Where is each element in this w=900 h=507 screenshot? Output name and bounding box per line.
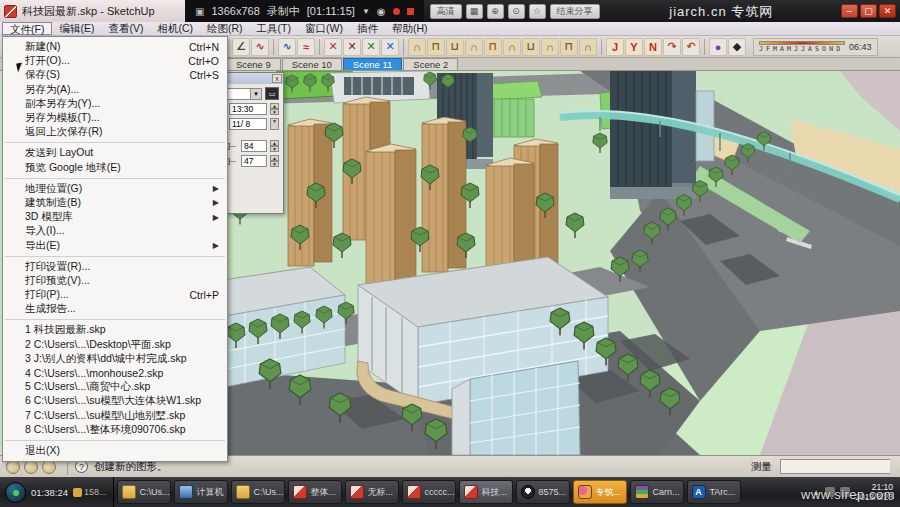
minimize-button[interactable]: – <box>841 4 858 18</box>
menubar-item-6[interactable]: 工具(T) <box>250 22 298 35</box>
menubar-item-8[interactable]: 插件 <box>350 22 385 35</box>
scene-tab-4[interactable]: Scene 11 <box>343 58 402 70</box>
menu-item[interactable]: 另存为模板(T)... <box>3 111 227 125</box>
bucket-sphere-tool-icon[interactable]: ● <box>709 38 727 56</box>
time-spinner[interactable]: ▲▼ <box>270 103 279 115</box>
menu-item[interactable]: 5 C:\Users\...\商贸中心.skp <box>3 380 227 394</box>
menu-item[interactable]: 打印预览(V)... <box>3 274 227 288</box>
taskbar-item[interactable]: C:\Us... <box>117 480 171 504</box>
polyline-red-tool-icon[interactable]: ∿ <box>251 38 269 56</box>
date-field[interactable]: 11/ 8 <box>229 118 267 130</box>
axis-tool-icon[interactable]: ∠ <box>232 38 250 56</box>
menu-item[interactable]: 打印(P)...Ctrl+P <box>3 288 227 302</box>
menu-item[interactable]: 6 C:\Users\...\su模型\大连体块W1.skp <box>3 394 227 408</box>
taskbar-item[interactable]: 专筑... <box>573 480 627 504</box>
pipe-tool-icon[interactable]: ⊓ <box>427 38 445 56</box>
menu-item[interactable]: 2 C:\Users\...\Desktop\平面.skp <box>3 338 227 352</box>
menu-item[interactable]: 预览 Google 地球(E) <box>3 161 227 175</box>
menu-item[interactable]: 另存为(A)... <box>3 83 227 97</box>
chevron-down-icon[interactable]: ▼ <box>362 7 370 16</box>
menu-item[interactable]: 7 C:\Users\...\su模型\山地别墅.skp <box>3 409 227 423</box>
menubar-item-7[interactable]: 窗口(W) <box>298 22 350 35</box>
taskbar-item[interactable]: 计算机 <box>174 480 228 504</box>
menu-item[interactable]: 发送到 LayOut <box>3 146 227 160</box>
close-button[interactable]: ✕ <box>879 4 896 18</box>
menu-item[interactable]: 1 科技园最新.skp <box>3 323 227 337</box>
menubar-item-2[interactable]: 编辑(E) <box>52 22 101 35</box>
light-field[interactable]: 84 <box>241 140 267 152</box>
menu-item[interactable]: 生成报告... <box>3 302 227 316</box>
taskbar-item[interactable]: ATArc... <box>687 480 741 504</box>
dark-spinner[interactable]: ▲▼ <box>270 155 279 167</box>
menu-item[interactable]: 导入(I)... <box>3 224 227 238</box>
scene-tab-3[interactable]: Scene 10 <box>282 58 342 70</box>
hd-button[interactable]: 高清 <box>430 4 462 19</box>
slope-roof-tool-icon[interactable]: ⊓ <box>560 38 578 56</box>
menu-item[interactable]: 3D 模型库▶ <box>3 210 227 224</box>
magnifier-icon[interactable]: ⊙ <box>508 4 525 19</box>
drop-n-tool-icon[interactable]: N <box>644 38 662 56</box>
maximize-button[interactable]: ▢ <box>860 4 877 18</box>
mini-badge[interactable]: 158... <box>73 487 107 497</box>
menubar-item-1[interactable]: 文件(F) <box>2 22 52 35</box>
menu-item[interactable]: 保存(S)Ctrl+S <box>3 68 227 82</box>
shadow-display-toggle[interactable]: ▭ <box>265 87 279 100</box>
mesh-roof-tool-icon[interactable]: ⊔ <box>522 38 540 56</box>
lock-x-dark-tool-icon[interactable]: ✕ <box>343 38 361 56</box>
lock-x-red-tool-icon[interactable]: ✕ <box>324 38 342 56</box>
taskbar-item[interactable]: 8575... <box>516 480 570 504</box>
rotate-ccw-tool-icon[interactable]: ↶ <box>682 38 700 56</box>
taskbar-item[interactable]: 科技... <box>459 480 513 504</box>
frame-tool-icon[interactable]: ⊓ <box>484 38 502 56</box>
star-icon[interactable]: ☆ <box>529 4 546 19</box>
record-icon[interactable] <box>393 8 400 15</box>
flatten-tool-icon[interactable]: ∩ <box>579 38 597 56</box>
lock-z-tool-icon[interactable]: ✕ <box>381 38 399 56</box>
menu-item[interactable]: 打印设置(R)... <box>3 260 227 274</box>
cloth-tool-icon[interactable]: ◆ <box>728 38 746 56</box>
stop-icon[interactable] <box>407 8 414 15</box>
menu-item[interactable]: 地理位置(G)▶ <box>3 182 227 196</box>
drop-j-tool-icon[interactable]: J <box>606 38 624 56</box>
arc-roof-tool-icon[interactable]: ∩ <box>465 38 483 56</box>
menu-item[interactable]: 新建(N)Ctrl+N <box>3 40 227 54</box>
menu-item[interactable]: 副本另存为(Y)... <box>3 97 227 111</box>
end-share-button[interactable]: 结束分享 <box>550 4 600 19</box>
dome-roof-tool-icon[interactable]: ∩ <box>503 38 521 56</box>
menu-item[interactable]: 导出(E)▶ <box>3 238 227 252</box>
recorder-orb-icon[interactable] <box>5 482 26 503</box>
taskbar-item[interactable]: 无标... <box>345 480 399 504</box>
dropdown-arrow-icon[interactable]: ▼ <box>250 89 261 99</box>
grid-icon[interactable]: ▦ <box>466 4 483 19</box>
measurement-input[interactable] <box>780 459 890 474</box>
menu-item[interactable]: 返回上次保存(R) <box>3 125 227 139</box>
taskbar-item[interactable]: ccccc... <box>402 480 456 504</box>
scene-tab-2[interactable]: Scene 9 <box>226 58 281 70</box>
menu-item[interactable]: 退出(X) <box>3 444 227 458</box>
dialog-close-icon[interactable]: x <box>272 74 282 83</box>
drop-y-tool-icon[interactable]: Y <box>625 38 643 56</box>
menu-item[interactable]: 8 C:\Users\...\整体环境090706.skp <box>3 423 227 437</box>
menu-item[interactable]: 建筑制造(B)▶ <box>3 196 227 210</box>
taskbar-item[interactable]: C:\Us... <box>231 480 285 504</box>
menubar-item-5[interactable]: 绘图(R) <box>200 22 250 35</box>
dark-field[interactable]: 47 <box>241 155 267 167</box>
rotate-cw-tool-icon[interactable]: ↷ <box>663 38 681 56</box>
month-slider[interactable]: JFMAMJJASOND <box>759 41 845 53</box>
shell-roof-tool-icon[interactable]: ∩ <box>541 38 559 56</box>
taskbar-item[interactable]: 整体... <box>288 480 342 504</box>
menubar-item-3[interactable]: 查看(V) <box>101 22 150 35</box>
date-dropdown[interactable]: ▼ <box>270 118 279 130</box>
pipe-end-tool-icon[interactable]: ⊔ <box>446 38 464 56</box>
light-spinner[interactable]: ▲▼ <box>270 140 279 152</box>
snapshot-icon[interactable]: ◉ <box>377 6 386 17</box>
menu-item[interactable]: 打开(O)...Ctrl+O <box>3 54 227 68</box>
menubar-item-9[interactable]: 帮助(H) <box>385 22 435 35</box>
taskbar-item[interactable]: Carn... <box>630 480 684 504</box>
curve-blue-tool-icon[interactable]: ∿ <box>278 38 296 56</box>
crosshair-icon[interactable]: ⊕ <box>487 4 504 19</box>
menubar-item-4[interactable]: 相机(C) <box>150 22 200 35</box>
menu-item[interactable]: 4 C:\Users\...\monhouse2.skp <box>3 366 227 380</box>
time-field[interactable]: 13:30 <box>229 103 267 115</box>
menu-item[interactable]: 3 J:\别人的资料\dd\城中村完成.skp <box>3 352 227 366</box>
